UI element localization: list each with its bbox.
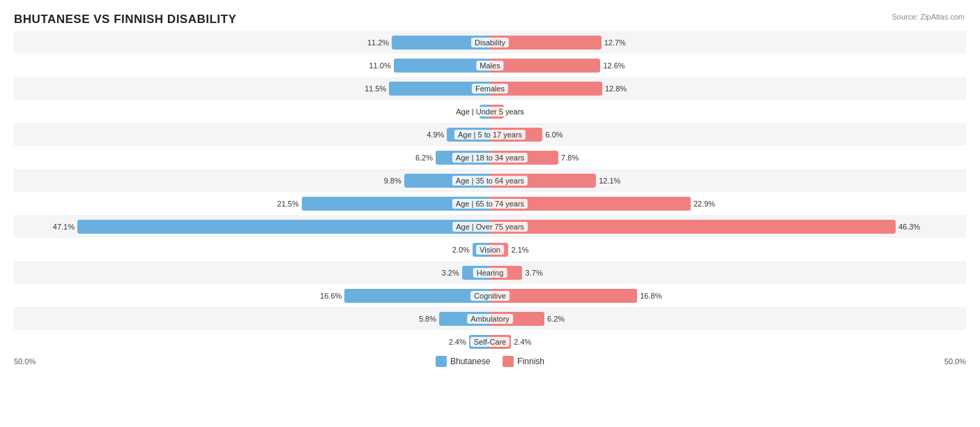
chart-row: Age | 18 to 34 years6.2%7.8% <box>14 146 966 169</box>
right-value: 7.8% <box>561 153 579 162</box>
row-label: Age | 65 to 74 years <box>452 199 528 209</box>
left-value: 9.8% <box>384 177 401 185</box>
right-value: 6.2% <box>547 315 565 323</box>
legend: Bhutanese Finnish <box>436 356 544 367</box>
legend-bhutanese: Bhutanese <box>436 356 490 367</box>
row-label: Vision <box>476 245 504 255</box>
left-value: 2.0% <box>452 246 470 254</box>
finnish-label: Finnish <box>517 357 544 366</box>
right-value: 16.8% <box>640 292 661 300</box>
row-label: Males <box>476 61 503 70</box>
right-value: 22.9% <box>694 200 715 208</box>
chart-row: Age | 5 to 17 years4.9%6.0% <box>14 123 966 146</box>
right-value: 2.1% <box>511 246 528 254</box>
axis-left: 50.0% <box>14 357 36 366</box>
chart-footer: 50.0% Bhutanese Finnish 50.0% <box>14 356 966 367</box>
bhutanese-label: Bhutanese <box>450 357 490 366</box>
chart-row: Age | 35 to 64 years9.8%12.1% <box>14 169 966 192</box>
left-value: 3.2% <box>442 269 459 277</box>
row-label: Disability <box>471 38 509 47</box>
right-value: 12.8% <box>605 84 627 93</box>
source-label: Source: ZipAtlas.com <box>891 13 965 21</box>
chart-row: Vision2.0%2.1% <box>14 238 966 261</box>
chart-row: Ambulatory5.8%6.2% <box>14 307 966 330</box>
left-value: 2.4% <box>449 338 466 346</box>
row-label: Females <box>472 84 508 93</box>
right-value: 2.4% <box>514 338 531 346</box>
chart-row: Females11.5%12.8% <box>14 77 966 100</box>
bar-left <box>394 59 490 73</box>
axis-right: 50.0% <box>944 357 966 366</box>
left-value: 47.1% <box>53 223 75 231</box>
legend-finnish: Finnish <box>503 356 544 367</box>
right-value: 3.7% <box>526 269 543 277</box>
row-label: Age | Over 75 years <box>452 222 528 232</box>
left-value: 21.5% <box>277 200 299 208</box>
bar-right <box>490 220 896 234</box>
left-value: 11.5% <box>365 84 386 93</box>
chart-row: Age | Under 5 years1.2%1.6% <box>14 100 966 123</box>
row-label: Hearing <box>473 268 507 278</box>
chart-row: Hearing3.2%3.7% <box>14 261 966 284</box>
finnish-swatch <box>503 356 514 367</box>
row-label: Cognitive <box>470 291 510 301</box>
row-label: Age | Under 5 years <box>452 107 528 117</box>
right-value: 12.6% <box>603 61 625 70</box>
chart-row: Self-Care2.4%2.4% <box>14 330 966 353</box>
bar-left <box>344 289 490 303</box>
page-title: BHUTANESE VS FINNISH DISABILITY <box>14 13 966 27</box>
left-value: 11.0% <box>369 61 390 70</box>
chart-row: Age | Over 75 years47.1%46.3% <box>14 215 966 238</box>
chart-area: Disability11.2%12.7%Males11.0%12.6%Femal… <box>14 31 966 353</box>
row-label: Age | 18 to 34 years <box>452 153 528 163</box>
chart-row: Age | 65 to 74 years21.5%22.9% <box>14 192 966 215</box>
row-label: Age | 35 to 64 years <box>452 176 528 186</box>
left-value: 6.2% <box>415 153 433 162</box>
right-value: 6.0% <box>546 130 563 139</box>
row-label: Ambulatory <box>467 314 513 324</box>
bar-right <box>490 289 637 303</box>
bar-right <box>490 59 600 73</box>
right-value: 12.7% <box>604 38 626 47</box>
right-value: 12.1% <box>599 177 620 185</box>
left-value: 16.6% <box>320 292 342 300</box>
left-value: 5.8% <box>419 315 436 323</box>
row-label: Age | 5 to 17 years <box>454 130 526 140</box>
left-value: 11.2% <box>367 38 389 47</box>
page-container: BHUTANESE VS FINNISH DISABILITY Source: … <box>0 0 980 427</box>
bar-left <box>77 220 490 234</box>
row-label: Self-Care <box>470 337 510 347</box>
chart-row: Disability11.2%12.7% <box>14 31 966 54</box>
right-value: 46.3% <box>898 223 920 231</box>
bhutanese-swatch <box>436 356 447 367</box>
chart-row: Males11.0%12.6% <box>14 54 966 77</box>
left-value: 4.9% <box>427 130 444 139</box>
chart-row: Cognitive16.6%16.8% <box>14 284 966 307</box>
